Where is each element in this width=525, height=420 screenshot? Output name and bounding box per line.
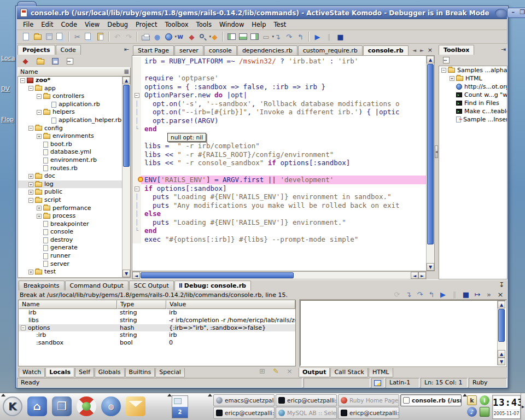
menu-file[interactable]: File (19, 20, 37, 30)
delete-variable-icon[interactable]: × (284, 365, 295, 376)
new-debug-icon[interactable]: ◆ (186, 31, 197, 42)
debug-go-icon[interactable]: ▶ (312, 31, 323, 42)
tree-item-test[interactable]: +test (18, 268, 122, 276)
minimize-button[interactable]: – (509, 9, 517, 17)
tab-scroll-arrows[interactable]: ◄ ► × (412, 46, 434, 54)
toolbox-item-html[interactable]: +HTML (439, 74, 507, 83)
tab-locals[interactable]: Locals (45, 368, 74, 377)
code-area[interactable]: irb = RUBY_PLATFORM =~ /mswin32/ ? 'irb.… (132, 57, 426, 271)
task-ruby-home-page[interactable]: Ruby Home Page (338, 394, 399, 406)
tree-column-header[interactable]: Name (18, 67, 131, 77)
code-editor[interactable]: irb = RUBY_PLATFORM =~ /mswin32/ ? 'irb.… (132, 55, 435, 271)
pause-icon[interactable]: ‖ (450, 290, 459, 299)
edit-variable-icon[interactable]: ✎ (270, 365, 282, 376)
scroll-right-icon[interactable]: ► (418, 272, 426, 279)
fold-gutter[interactable]: │ (132, 201, 141, 210)
tab-breakpoints[interactable]: Breakpoints (19, 281, 65, 290)
expander-icon[interactable]: − (28, 198, 33, 203)
code-line-21[interactable]: └end (132, 226, 426, 235)
code-line-4[interactable]: options = { :sandbox => false, :irb => i… (132, 83, 426, 91)
go-icon[interactable]: ▶ (438, 290, 448, 299)
fold-gutter[interactable] (132, 235, 141, 244)
editor-tab-console-rb[interactable]: console.rb (363, 45, 409, 55)
column-header-value[interactable]: Value (166, 300, 295, 309)
copy-icon[interactable] (83, 31, 95, 42)
tab-globals[interactable]: Globals (95, 368, 125, 377)
expander-icon[interactable]: − (28, 86, 33, 91)
expander-icon[interactable]: + (28, 270, 33, 275)
scroll-up-icon[interactable]: ▲ (122, 77, 130, 84)
menu-view[interactable]: View (81, 20, 103, 30)
step-over-icon[interactable]: ↷ (283, 31, 295, 42)
tree-item-environment-rb[interactable]: environment.rb (18, 156, 122, 165)
save-all-icon[interactable] (55, 31, 66, 42)
volume-tray-icon[interactable]: ♪ (467, 407, 477, 417)
fold-gutter[interactable]: − (132, 184, 141, 193)
debug-stop-icon[interactable]: ■ (335, 31, 346, 42)
code-line-15[interactable]: ENV['RAILS_ENV'] = ARGV.first || 'develo… (132, 176, 426, 184)
toolbox-item-http-s-ot-org[interactable]: http://s...ot.org/ (439, 83, 507, 91)
close-icon[interactable]: × (495, 290, 505, 299)
editor-tab-custom-require-rb[interactable]: custom_require.rb (298, 45, 363, 55)
editor-tab-start-page[interactable]: Start Page (133, 45, 174, 55)
save-icon[interactable] (43, 31, 55, 42)
tab-command-output[interactable]: Command Output (65, 281, 129, 290)
paste-icon[interactable] (95, 31, 106, 42)
variable-row-irb[interactable]: irbstringirb (19, 309, 295, 317)
home-icon[interactable]: ⌂ (26, 395, 49, 418)
maximize-button[interactable]: ❒ (518, 9, 525, 17)
fold-gutter[interactable]: │ (132, 116, 141, 125)
menu-tools[interactable]: Tools (192, 20, 215, 30)
task-ericp-cuetzpalli-u[interactable]: ericp@cuetzpalli:/u (213, 407, 275, 419)
code-line-19[interactable]: │else (132, 209, 426, 218)
fold-gutter[interactable]: └ (132, 226, 141, 235)
task-mysql-ab-selec[interactable]: MySQL AB :: Selec (276, 407, 337, 419)
fold-gutter[interactable]: │ (132, 209, 141, 218)
tab-builtins[interactable]: Builtins (125, 368, 155, 377)
expander-icon[interactable]: + (37, 214, 42, 219)
expander-icon[interactable]: − (441, 68, 446, 73)
output-scrollbar[interactable]: ▲ ▲ ▼ (497, 301, 505, 365)
collapse-right-pane-icon[interactable]: ⇥ (501, 46, 506, 53)
expander-icon[interactable]: + (28, 182, 33, 187)
current-line-marker[interactable] (132, 176, 141, 184)
tree-item-environments[interactable]: +environments (18, 132, 122, 141)
code-line-12[interactable]: libs << " -r #{RAILS_ROOT}/config/enviro… (132, 150, 426, 159)
editor-tab-server[interactable]: server (174, 45, 203, 55)
collapse-left-pane-icon[interactable]: ⇤ (124, 46, 129, 53)
fold-gutter[interactable]: │ (132, 100, 141, 108)
desktop-icon-dv[interactable]: DV (1, 85, 15, 92)
code-line-7[interactable]: │ opt.on("--irb=[#{irb}]", 'Invoke a dif… (132, 108, 426, 116)
variable-row-options[interactable]: −optionshash{:irb=>"irb", :sandbox=>fals… (19, 324, 295, 332)
tree-item-zoo[interactable]: −zoo* (18, 77, 122, 85)
step-over-icon[interactable]: ↷ (415, 290, 425, 299)
tab-self[interactable]: Self (75, 368, 94, 377)
variable-row-sandbox[interactable]: :sandboxbool0 (19, 339, 295, 347)
fold-gutter[interactable] (132, 150, 141, 159)
menu-toolbox[interactable]: Toolbox (161, 20, 192, 30)
expander-icon[interactable]: + (37, 134, 42, 139)
tree-item-console[interactable]: console (18, 228, 122, 236)
code-line-22[interactable]: exec "#{options[:irb]} #{libs} --prompt-… (132, 235, 426, 244)
tree-item-config[interactable]: −config (18, 125, 122, 133)
expander-icon[interactable]: + (450, 76, 454, 81)
code-line-8[interactable]: │ opt.parse!(ARGV) (132, 116, 426, 125)
scroll-up-icon[interactable]: ▲ (427, 56, 434, 63)
scroll-down-icon[interactable]: ▼ (427, 263, 434, 271)
scroll-up-icon[interactable]: ▲ (498, 301, 505, 308)
k-menu-icon[interactable]: K (1, 395, 24, 418)
browser-preview-icon[interactable] (163, 31, 174, 42)
taskbar-clock[interactable]: 13:43 2005-11-07 (492, 395, 521, 419)
fold-gutter[interactable] (132, 142, 141, 150)
tab-special[interactable]: Special (155, 368, 185, 377)
task-console-rb-usr-lo[interactable]: console.rb (/usr/lo (400, 394, 462, 406)
fold-gutter[interactable] (132, 167, 141, 176)
tab-scc-output[interactable]: SCC Output (129, 281, 174, 290)
tree-item-public[interactable]: +public (18, 188, 122, 196)
applet-handle[interactable] (167, 394, 172, 396)
code-line-18[interactable]: │ puts "Any modifications you make will … (132, 201, 426, 210)
print-icon[interactable] (140, 31, 151, 42)
tree-item-generate[interactable]: generate (18, 244, 122, 252)
more-icon[interactable]: » (484, 290, 494, 299)
desktop-1[interactable] (172, 396, 188, 407)
